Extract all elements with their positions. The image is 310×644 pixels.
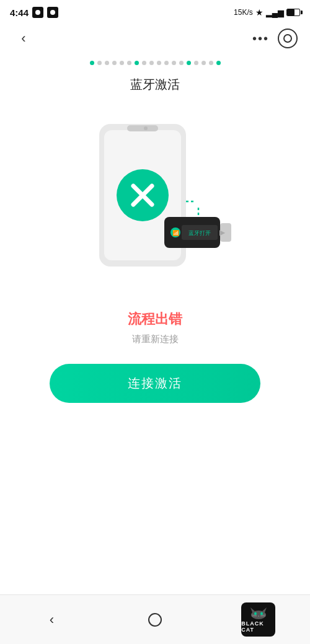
- illustration-svg: 📶 蓝牙打开 ▶: [62, 112, 248, 298]
- bluetooth-icon: ★: [255, 7, 264, 17]
- progress-dot-7: [135, 61, 139, 65]
- progress-dot-15: [194, 61, 198, 65]
- error-title: 流程出错: [0, 310, 310, 329]
- nav-right-actions: •••: [252, 29, 298, 48]
- black-cat-label: BLACK CAT: [241, 620, 275, 633]
- progress-dot-10: [157, 61, 161, 65]
- bottom-nav: ‹ BLACK CAT: [0, 594, 310, 644]
- tiktok-icon-1: [32, 7, 43, 18]
- tiktok-icon-2: [47, 7, 58, 18]
- svg-point-19: [254, 612, 257, 615]
- bluetooth-illustration: 📶 蓝牙打开 ▶: [0, 105, 310, 304]
- system-back-button[interactable]: ‹: [33, 607, 70, 632]
- progress-dot-13: [179, 61, 184, 65]
- progress-dot-9: [149, 61, 154, 65]
- svg-point-21: [258, 615, 259, 617]
- back-button[interactable]: ‹: [12, 27, 35, 50]
- svg-rect-2: [127, 125, 158, 131]
- black-cat-button[interactable]: BLACK CAT: [240, 607, 277, 632]
- progress-dot-4: [112, 61, 117, 65]
- connect-activate-button[interactable]: 连接激活: [50, 364, 260, 403]
- progress-dot-14: [187, 61, 191, 65]
- svg-text:📶: 📶: [172, 229, 180, 237]
- system-back-icon: ‹: [50, 612, 54, 628]
- progress-dot-6: [127, 61, 131, 65]
- error-subtitle: 请重新连接: [0, 333, 310, 345]
- network-speed: 15K/s: [234, 8, 253, 17]
- progress-dot-2: [97, 61, 102, 65]
- system-home-button[interactable]: [136, 607, 174, 632]
- status-left: 4:44: [10, 7, 58, 18]
- top-nav: ‹ •••: [0, 22, 310, 55]
- progress-dot-3: [105, 61, 109, 65]
- svg-point-20: [260, 612, 263, 615]
- battery-icon: [286, 9, 300, 16]
- progress-dot-1: [90, 61, 94, 65]
- progress-dot-16: [202, 61, 206, 65]
- scan-button[interactable]: [278, 29, 298, 48]
- progress-dot-8: [142, 61, 146, 65]
- black-cat-icon: [249, 606, 268, 620]
- page-title: 蓝牙激活: [0, 76, 310, 93]
- back-arrow-icon: ‹: [21, 32, 25, 45]
- svg-text:▶: ▶: [219, 228, 226, 237]
- error-section: 流程出错 请重新连接: [0, 310, 310, 345]
- black-cat-logo: BLACK CAT: [241, 602, 275, 637]
- progress-dot-5: [120, 61, 124, 65]
- more-options-button[interactable]: •••: [252, 32, 269, 46]
- progress-dot-12: [172, 61, 176, 65]
- status-right: 15K/s ★ ▂▄▆: [234, 7, 300, 17]
- battery-fill: [287, 9, 294, 15]
- status-time: 4:44: [10, 7, 29, 18]
- svg-text:蓝牙打开: 蓝牙打开: [188, 230, 211, 236]
- progress-dot-11: [164, 61, 169, 65]
- progress-indicator: [0, 55, 310, 71]
- progress-dot-17: [209, 61, 213, 65]
- svg-point-3: [144, 126, 148, 130]
- progress-dot-18: [216, 61, 221, 65]
- signal-icon: ▂▄▆: [266, 8, 284, 17]
- status-bar: 4:44 15K/s ★ ▂▄▆: [0, 0, 310, 22]
- system-home-icon: [148, 613, 162, 627]
